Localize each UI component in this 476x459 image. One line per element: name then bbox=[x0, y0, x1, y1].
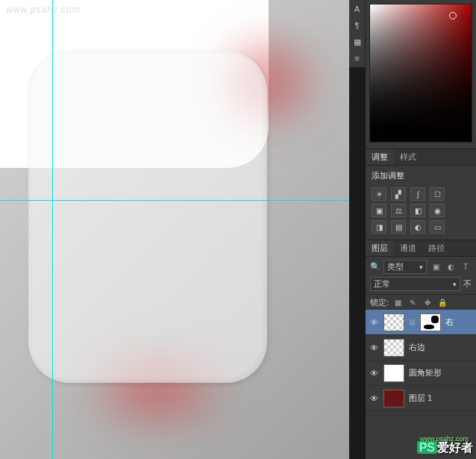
bw-icon[interactable]: ◧ bbox=[410, 204, 425, 217]
gradient-map-icon[interactable]: ▭ bbox=[430, 220, 445, 234]
tab-paths[interactable]: 路径 bbox=[422, 240, 451, 256]
watermark-top: www.psahz.com bbox=[6, 4, 81, 15]
layer-filter-select[interactable]: 类型 bbox=[383, 260, 427, 274]
layer-controls: 🔍 类型 ▣ ◐ T 正常 不 bbox=[366, 257, 476, 295]
glass-rounded-rect bbox=[28, 51, 267, 383]
opacity-label: 不 bbox=[463, 278, 472, 290]
layer-name[interactable]: 图层 1 bbox=[409, 393, 473, 404]
layer-thumbnail[interactable] bbox=[383, 339, 404, 357]
layers-panel: 图层 通道 路径 🔍 类型 ▣ ◐ T 正常 不 锁定: ▦ ✎ ✥ 🔒 bbox=[366, 240, 476, 459]
color-field[interactable] bbox=[369, 4, 472, 143]
panels-dock: 调整 样式 添加调整 ☀ ▞ ∫ ☐ ▣ ⚖ ◧ ◉ ◨ ▤ ◐ ▭ 图层 通道… bbox=[366, 0, 476, 459]
levels-icon[interactable]: ▞ bbox=[391, 187, 406, 201]
layer-item[interactable]: 👁 图层 1 bbox=[366, 386, 476, 411]
tool-options-strip: A ¶ ▦ ≡ bbox=[349, 0, 366, 67]
list-icon[interactable]: ≡ bbox=[351, 52, 363, 64]
layer-mask-thumbnail[interactable] bbox=[420, 313, 441, 331]
invert-icon[interactable]: ◨ bbox=[372, 220, 386, 234]
text-align-icon[interactable]: A bbox=[351, 3, 363, 15]
layer-item[interactable]: 👁 ⛓ 右 bbox=[366, 310, 476, 335]
curves-icon[interactable]: ∫ bbox=[410, 187, 425, 201]
layers-tabs: 图层 通道 路径 bbox=[366, 240, 476, 257]
layer-name[interactable]: 圆角矩形 bbox=[409, 367, 473, 378]
adjustments-tabs: 调整 样式 bbox=[366, 149, 476, 166]
lock-transparency-icon[interactable]: ▦ bbox=[392, 296, 404, 308]
exposure-icon[interactable]: ☐ bbox=[430, 187, 445, 201]
blend-mode-select[interactable]: 正常 bbox=[370, 277, 460, 291]
guide-horizontal[interactable] bbox=[0, 200, 349, 201]
vibrance-icon[interactable]: ▣ bbox=[372, 204, 386, 217]
visibility-icon[interactable]: 👁 bbox=[369, 393, 379, 404]
filter-image-icon[interactable]: ▣ bbox=[430, 261, 442, 273]
tab-adjustments[interactable]: 调整 bbox=[366, 149, 394, 165]
hue-icon[interactable]: ⚖ bbox=[391, 204, 406, 217]
lock-position-icon[interactable]: ✥ bbox=[422, 296, 433, 308]
visibility-icon[interactable]: 👁 bbox=[369, 343, 379, 353]
filter-text-icon[interactable]: T bbox=[460, 261, 472, 273]
color-picker-panel[interactable] bbox=[366, 0, 476, 149]
guide-vertical[interactable] bbox=[52, 0, 53, 459]
layer-item[interactable]: 👁 圆角矩形 bbox=[366, 360, 476, 386]
lock-label: 锁定: bbox=[370, 297, 389, 308]
search-icon[interactable]: 🔍 bbox=[370, 262, 381, 272]
add-adjustment-label: 添加调整 bbox=[366, 166, 476, 186]
watermark-logo: PS爱好者 bbox=[417, 440, 473, 456]
tab-styles[interactable]: 样式 bbox=[394, 149, 422, 165]
brightness-icon[interactable]: ☀ bbox=[372, 187, 386, 201]
lock-pixels-icon[interactable]: ✎ bbox=[407, 296, 419, 308]
layer-thumbnail[interactable] bbox=[383, 364, 404, 382]
lock-row: 锁定: ▦ ✎ ✥ 🔒 bbox=[366, 295, 476, 310]
layer-thumbnail[interactable] bbox=[383, 390, 404, 408]
threshold-icon[interactable]: ◐ bbox=[410, 220, 425, 234]
photo-filter-icon[interactable]: ◉ bbox=[430, 204, 445, 217]
visibility-icon[interactable]: 👁 bbox=[369, 368, 379, 378]
posterize-icon[interactable]: ▤ bbox=[391, 220, 406, 234]
watermark-text: 爱好者 bbox=[437, 441, 473, 454]
layer-name[interactable]: 右 bbox=[445, 316, 473, 328]
paragraph-icon[interactable]: ¶ bbox=[351, 19, 363, 31]
layer-item[interactable]: 👁 右边 bbox=[366, 335, 476, 360]
tab-channels[interactable]: 通道 bbox=[394, 240, 422, 256]
lock-all-icon[interactable]: 🔒 bbox=[436, 296, 448, 308]
tab-layers[interactable]: 图层 bbox=[366, 240, 394, 256]
filter-adjust-icon[interactable]: ◐ bbox=[445, 261, 457, 273]
canvas[interactable]: www.psahz.com bbox=[0, 0, 349, 459]
layer-thumbnail[interactable] bbox=[383, 313, 404, 331]
visibility-icon[interactable]: 👁 bbox=[369, 317, 379, 328]
watermark-ps: PS bbox=[417, 441, 437, 454]
layer-name[interactable]: 右边 bbox=[409, 342, 473, 353]
link-icon: ⛓ bbox=[409, 319, 416, 326]
grid-icon[interactable]: ▦ bbox=[351, 36, 363, 48]
color-cursor[interactable] bbox=[449, 12, 457, 19]
adjustments-panel: 调整 样式 添加调整 ☀ ▞ ∫ ☐ ▣ ⚖ ◧ ◉ ◨ ▤ ◐ ▭ bbox=[366, 149, 476, 240]
